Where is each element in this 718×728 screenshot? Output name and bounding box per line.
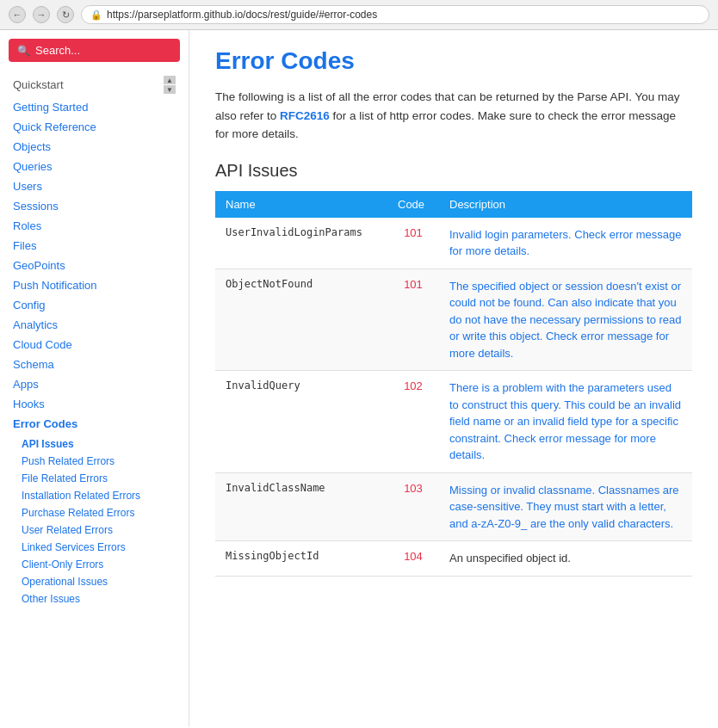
intro-paragraph: The following is a list of all the error… <box>215 88 680 144</box>
reload-button[interactable]: ↻ <box>57 6 74 23</box>
forward-icon: → <box>37 9 46 20</box>
table-header: NameCodeDescription <box>215 191 692 218</box>
sidebar-item-config[interactable]: Config <box>0 295 189 315</box>
back-icon: ← <box>13 9 22 20</box>
table-row: ObjectNotFound101The specified object or… <box>215 268 692 371</box>
sidebar-item-push-notification[interactable]: Push Notification <box>0 275 189 295</box>
nav-items: Getting StartedQuick ReferenceObjectsQue… <box>0 97 189 434</box>
browser-chrome: ← → ↻ 🔒 https://parseplatform.github.io/… <box>0 0 718 30</box>
error-description: Missing or invalid classname. Classnames… <box>439 472 692 541</box>
sidebar-subitem-push-related-errors[interactable]: Push Related Errors <box>0 453 189 470</box>
scroll-buttons: ▲ ▼ <box>164 76 176 94</box>
page-title: Error Codes <box>215 47 692 75</box>
scroll-up-btn[interactable]: ▲ <box>164 76 176 84</box>
error-description: The specified object or session doesn't … <box>439 268 692 371</box>
sidebar-item-apps[interactable]: Apps <box>0 374 189 394</box>
table-row: UserInvalidLoginParams101Invalid login p… <box>215 218 692 269</box>
sidebar-subitem-linked-services-errors[interactable]: Linked Services Errors <box>0 539 189 556</box>
sidebar-item-geopoints[interactable]: GeoPoints <box>0 256 189 275</box>
scroll-down-btn[interactable]: ▼ <box>164 85 176 94</box>
lock-icon: 🔒 <box>90 9 102 21</box>
sidebar-item-queries[interactable]: Queries <box>0 157 189 176</box>
api-issues-heading: API Issues <box>215 161 692 181</box>
col-header-description: Description <box>439 191 692 218</box>
sidebar: 🔍 Search... Quickstart ▲ ▼ Getting Start… <box>0 30 189 727</box>
reload-icon: ↻ <box>62 9 70 21</box>
sidebar-item-files[interactable]: Files <box>0 236 189 256</box>
sidebar-item-hooks[interactable]: Hooks <box>0 394 189 414</box>
sidebar-subitem-user-related-errors[interactable]: User Related Errors <box>0 521 189 539</box>
error-name: InvalidQuery <box>215 371 387 473</box>
col-header-code: Code <box>387 191 439 218</box>
error-code: 101 <box>387 268 439 371</box>
error-name: UserInvalidLoginParams <box>215 218 387 269</box>
sidebar-item-users[interactable]: Users <box>0 176 189 196</box>
error-description: There is a problem with the parameters u… <box>439 371 692 473</box>
search-placeholder: Search... <box>35 44 80 57</box>
sidebar-sub-section: API IssuesPush Related ErrorsFile Relate… <box>0 434 189 609</box>
page-layout: 🔍 Search... Quickstart ▲ ▼ Getting Start… <box>0 30 718 727</box>
main-content: Error Codes The following is a list of a… <box>189 30 718 727</box>
sidebar-subitem-client-only-errors[interactable]: Client-Only Errors <box>0 556 189 573</box>
sidebar-item-schema[interactable]: Schema <box>0 355 189 374</box>
sidebar-item-analytics[interactable]: Analytics <box>0 315 189 335</box>
error-description: An unspecified object id. <box>439 541 692 577</box>
forward-button[interactable]: → <box>33 6 50 23</box>
error-name: ObjectNotFound <box>215 268 387 371</box>
sidebar-subitem-installation-related-errors[interactable]: Installation Related Errors <box>0 487 189 504</box>
sidebar-item-error-codes[interactable]: Error Codes <box>0 414 189 434</box>
table-row: InvalidClassName103Missing or invalid cl… <box>215 472 692 541</box>
sidebar-subitem-api-issues[interactable]: API Issues <box>0 435 189 453</box>
error-table: NameCodeDescription UserInvalidLoginPara… <box>215 191 692 577</box>
sidebar-item-roles[interactable]: Roles <box>0 216 189 236</box>
sidebar-subitem-operational-issues[interactable]: Operational Issues <box>0 573 189 590</box>
error-desc-text: An unspecified object id. <box>449 552 571 565</box>
table-row: MissingObjectId104An unspecified object … <box>215 541 692 577</box>
quickstart-label: Quickstart <box>13 78 64 91</box>
sub-items: API IssuesPush Related ErrorsFile Relate… <box>0 434 189 609</box>
url-text: https://parseplatform.github.io/docs/res… <box>107 9 377 21</box>
table-row: InvalidQuery102There is a problem with t… <box>215 371 692 473</box>
error-description: Invalid login parameters. Check error me… <box>439 218 692 269</box>
sidebar-subitem-purchase-related-errors[interactable]: Purchase Related Errors <box>0 504 189 521</box>
error-code: 104 <box>387 541 439 577</box>
sidebar-item-quick-reference[interactable]: Quick Reference <box>0 117 189 137</box>
error-name: InvalidClassName <box>215 472 387 541</box>
error-code: 102 <box>387 371 439 473</box>
error-code: 103 <box>387 472 439 541</box>
error-code: 101 <box>387 218 439 269</box>
address-bar[interactable]: 🔒 https://parseplatform.github.io/docs/r… <box>81 5 709 24</box>
sidebar-item-sessions[interactable]: Sessions <box>0 196 189 216</box>
search-icon: 🔍 <box>17 45 30 57</box>
back-button[interactable]: ← <box>9 6 26 23</box>
sidebar-subitem-file-related-errors[interactable]: File Related Errors <box>0 470 189 487</box>
rfc-link[interactable]: RFC2616 <box>280 109 330 122</box>
sidebar-item-objects[interactable]: Objects <box>0 137 189 157</box>
error-name: MissingObjectId <box>215 541 387 577</box>
search-box[interactable]: 🔍 Search... <box>9 39 180 62</box>
table-body: UserInvalidLoginParams101Invalid login p… <box>215 218 692 577</box>
sidebar-item-cloud-code[interactable]: Cloud Code <box>0 335 189 355</box>
col-header-name: Name <box>215 191 387 218</box>
sidebar-subitem-other-issues[interactable]: Other Issues <box>0 590 189 608</box>
quickstart-section: Quickstart ▲ ▼ <box>0 71 189 97</box>
sidebar-item-getting-started[interactable]: Getting Started <box>0 97 189 117</box>
